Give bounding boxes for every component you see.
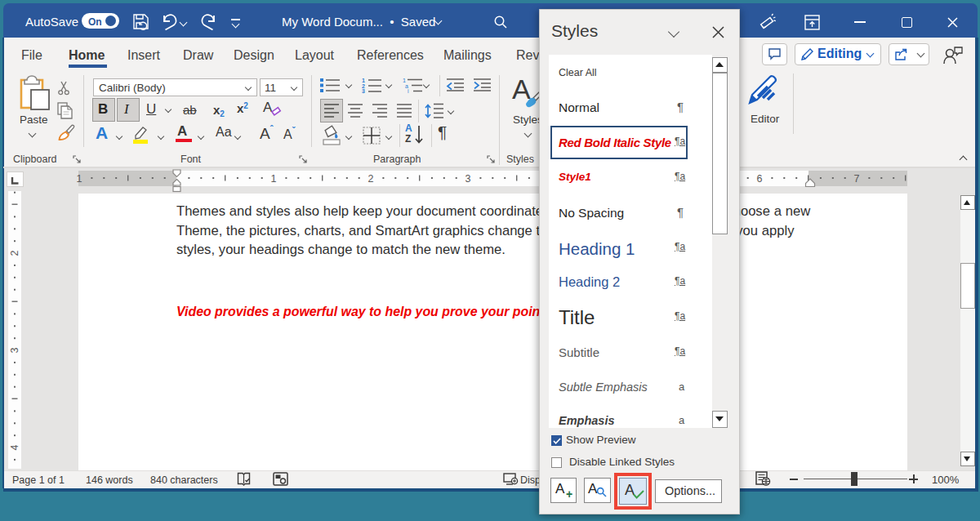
svg-text:1: 1 — [77, 173, 82, 185]
svg-text:3: 3 — [466, 173, 471, 185]
svg-text:6: 6 — [757, 173, 763, 185]
svg-text:1: 1 — [362, 78, 365, 83]
svg-text:3: 3 — [362, 88, 365, 94]
svg-text:7: 7 — [854, 173, 860, 185]
svg-text:1: 1 — [403, 78, 406, 83]
svg-text:2: 2 — [368, 173, 374, 185]
svg-text:4: 4 — [9, 444, 20, 450]
svg-text:1: 1 — [271, 173, 277, 185]
svg-text:3: 3 — [9, 347, 20, 353]
svg-text:i: i — [408, 88, 409, 94]
svg-text:2: 2 — [9, 250, 20, 256]
